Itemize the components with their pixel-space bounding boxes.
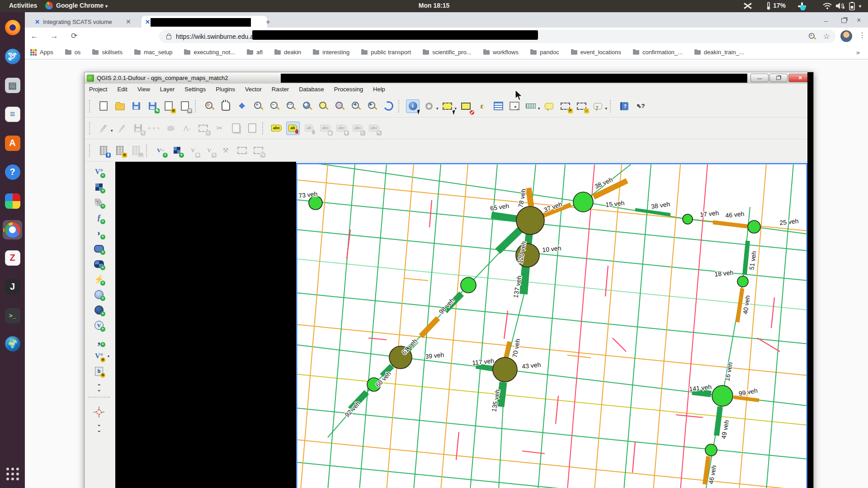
raster-histogram-stretch-icon[interactable]: ⬆: [97, 144, 110, 157]
add-vector-layer-icon[interactable]: V°°+: [154, 144, 167, 157]
raster-stretch-icon[interactable]: ▁: [129, 144, 143, 157]
dock-mail-icon[interactable]: ▤: [3, 75, 22, 95]
gps-crosshair-icon[interactable]: [91, 405, 107, 419]
add-feature-icon[interactable]: ∘∘∘: [148, 122, 161, 135]
build-tools-icon[interactable]: ⚒: [219, 144, 232, 157]
bookmark-folder[interactable]: workflows: [483, 49, 519, 56]
select-by-expression-icon[interactable]: ε: [475, 99, 489, 113]
bookmark-folder[interactable]: afl: [247, 49, 263, 56]
add-spatialite-layer-icon[interactable]: ƒ+: [91, 211, 107, 225]
raster-local-stretch-icon[interactable]: ✱: [113, 144, 127, 157]
bookmark-folder[interactable]: event_locations: [571, 49, 621, 56]
map-canvas[interactable]: 73 veh65 veh78 veh37 veh38 veh15 veh38 v…: [115, 162, 813, 488]
toggle-editing-icon[interactable]: [115, 122, 129, 135]
back-icon[interactable]: ←: [28, 30, 40, 42]
edit-shapefile-icon[interactable]: V✎: [203, 144, 216, 157]
dropdown-caret-icon[interactable]: ▾: [605, 106, 608, 111]
move-feature-icon[interactable]: [164, 122, 178, 135]
qgis-minimize-button[interactable]: —: [750, 74, 769, 82]
zoom-to-layer-icon[interactable]: [333, 99, 346, 113]
bookmark-folder[interactable]: os: [65, 49, 81, 56]
save-layer-edits-icon[interactable]: ✎: [132, 122, 145, 135]
refresh-map-icon[interactable]: [382, 99, 395, 113]
toolbar-grip[interactable]: [262, 122, 267, 135]
menu-view[interactable]: View: [137, 86, 150, 93]
indicator-cross-icon[interactable]: [744, 3, 752, 11]
bookmark-apps[interactable]: Apps: [30, 49, 53, 56]
menu-database[interactable]: Database: [299, 86, 324, 93]
dropdown-caret-icon[interactable]: ▾: [111, 128, 113, 133]
battery-icon[interactable]: [849, 2, 855, 10]
save-project-as-icon[interactable]: ✎: [146, 99, 159, 113]
change-label-icon[interactable]: abc✎: [368, 122, 381, 135]
dock-zotero-icon[interactable]: Z: [3, 248, 22, 267]
pan-map-icon[interactable]: [219, 99, 232, 113]
dock-software-icon[interactable]: A: [3, 133, 22, 153]
dock-terminal-icon[interactable]: >_: [3, 306, 22, 325]
copy-features-icon[interactable]: [229, 122, 243, 135]
node-tool-icon[interactable]: ⋀⌕: [180, 122, 194, 135]
bookmark-folder[interactable]: deakin_train_...: [694, 49, 744, 56]
dock-thunderbird-icon[interactable]: 🕊: [3, 47, 22, 66]
save-project-icon[interactable]: [129, 99, 143, 113]
run-feature-action-icon[interactable]: [422, 99, 436, 113]
window-minimize-button[interactable]: –: [824, 17, 828, 24]
bookmark-folder[interactable]: pandoc: [530, 49, 559, 56]
add-sqlanywhere-layer-icon[interactable]: ⚡+: [91, 272, 107, 286]
identify-features-icon[interactable]: i: [406, 99, 420, 113]
whats-this-icon[interactable]: ⇖?: [634, 99, 647, 113]
tab-1[interactable]: ✕ Integrating SCATS volume ✕: [31, 16, 146, 28]
current-edits-icon[interactable]: [97, 122, 110, 135]
tab-1-close-icon[interactable]: ✕: [126, 18, 131, 25]
zoom-in-icon[interactable]: +: [251, 99, 265, 113]
highlight-pinned-labels-icon[interactable]: abc◉: [319, 122, 332, 135]
pin-labels-icon[interactable]: ab: [286, 122, 300, 135]
zoom-last-icon[interactable]: ◀: [349, 99, 363, 113]
toolbar-grip[interactable]: [89, 100, 94, 113]
new-shapefile-layer-icon[interactable]: V°✱▾: [91, 349, 107, 363]
menu-layer[interactable]: Layer: [160, 86, 175, 93]
browser-menu-icon[interactable]: ⋮: [859, 31, 866, 39]
add-delimited-text-layer-icon[interactable]: ,+: [91, 333, 107, 348]
help-contents-icon[interactable]: ?: [618, 99, 631, 113]
new-tab-button[interactable]: +: [266, 18, 270, 27]
dock-photos-icon[interactable]: [3, 191, 22, 211]
cut-features-icon[interactable]: ✂: [213, 122, 226, 135]
bookmark-folder[interactable]: executing_not...: [184, 49, 235, 56]
window-close-button[interactable]: ×: [857, 16, 861, 24]
toolbar-grip[interactable]: [89, 122, 94, 135]
system-menu-caret-icon[interactable]: ▾: [859, 4, 861, 12]
dock-help-icon[interactable]: ?: [3, 162, 22, 182]
bookmark-folder[interactable]: public transport: [361, 49, 411, 56]
bookmark-folder[interactable]: interesting: [313, 49, 349, 56]
qgis-restore-button[interactable]: [769, 74, 788, 82]
dock-document-icon[interactable]: ≡: [3, 104, 22, 124]
dock-earth-icon[interactable]: 🌍: [3, 334, 22, 353]
menu-raster[interactable]: Raster: [272, 86, 289, 93]
open-attribute-table-icon[interactable]: [491, 99, 505, 113]
paste-features-icon[interactable]: [245, 122, 259, 135]
reload-icon[interactable]: ⟳: [68, 30, 80, 42]
forward-icon[interactable]: →: [48, 30, 60, 42]
volume-muted-icon[interactable]: [835, 2, 845, 10]
open-project-icon[interactable]: [113, 99, 127, 113]
pin-unpin-labels-icon[interactable]: ab: [302, 122, 316, 135]
zoom-native-icon[interactable]: 1:1: [284, 99, 297, 113]
pan-to-selection-icon[interactable]: ✥: [235, 99, 249, 113]
touch-zoom-icon[interactable]: o: [203, 99, 216, 113]
bookmark-star-icon[interactable]: ☆: [823, 32, 830, 41]
battery-percentage[interactable]: 17%: [773, 2, 786, 10]
zoom-next-icon[interactable]: ▶: [365, 99, 379, 113]
add-oracle-georaster-layer-icon[interactable]: +: [91, 257, 107, 271]
new-shapefile-layer-icon[interactable]: V✱: [186, 144, 200, 157]
move-label-icon[interactable]: abc✥: [335, 122, 349, 135]
zoom-out-icon[interactable]: −: [268, 99, 281, 113]
lock-icon[interactable]: [166, 35, 171, 39]
clock[interactable]: Mon 18:15: [0, 2, 868, 9]
add-raster-layer-icon[interactable]: +: [91, 180, 107, 194]
zoom-to-selection-icon[interactable]: [316, 99, 330, 113]
menu-vector[interactable]: Vector: [245, 86, 262, 93]
add-wfs-layer-icon[interactable]: V+: [91, 318, 107, 333]
toolbar-grip[interactable]: [146, 144, 151, 157]
select-features-icon[interactable]: [441, 99, 454, 113]
